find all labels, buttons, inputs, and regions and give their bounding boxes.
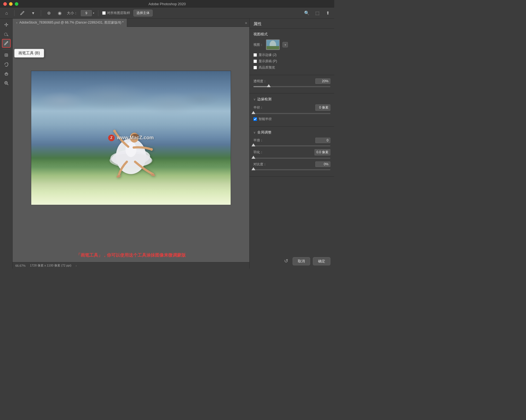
size-box[interactable]: ▾ (81, 10, 94, 16)
show-edge-row: 显示边缘 (J) (253, 53, 330, 57)
size-input[interactable] (81, 10, 92, 16)
smart-radius-checkbox[interactable] (253, 117, 257, 121)
transparency-slider[interactable] (253, 86, 330, 87)
zoom-tool[interactable] (2, 79, 11, 87)
view-preview-thumbnail[interactable] (266, 39, 280, 50)
brush-shape-icon[interactable]: ◉ (56, 9, 64, 17)
transparency-row: 透明度： 20% (253, 78, 330, 84)
sample-all-layers-label[interactable]: 对所有图层取样 (102, 11, 130, 15)
left-toolbar (0, 19, 13, 269)
lasso-tool[interactable] (2, 60, 11, 69)
patch-tool[interactable] (2, 51, 11, 59)
high-quality-checkbox[interactable] (253, 66, 257, 69)
arrange-icon[interactable]: ⬚ (313, 9, 321, 17)
quick-selection-tool[interactable] (2, 30, 11, 38)
feather-label: 羽化： (253, 150, 263, 155)
contrast-label: 对比度： (253, 162, 267, 167)
show-edge-checkbox[interactable] (253, 53, 257, 57)
canvas-image-container: Z www.MacZ.com (31, 71, 231, 205)
radius-row: 半径： 0 像素 (253, 104, 330, 111)
canvas-viewport[interactable]: Z www.MacZ.com (13, 27, 249, 249)
transparency-label: 透明度： (253, 79, 267, 84)
size-dropdown-arrow[interactable]: ▾ (93, 12, 94, 15)
contrast-track (253, 169, 330, 170)
contrast-slider[interactable] (253, 169, 330, 170)
window-controls[interactable] (3, 2, 18, 6)
brush-tool-tooltip: 画笔工具 (B) (14, 49, 44, 58)
radius-thumb[interactable] (251, 111, 255, 114)
transparency-thumb[interactable] (267, 84, 271, 87)
smooth-track (253, 145, 330, 146)
brush-options-arrow[interactable]: ▾ (29, 9, 37, 17)
toolbar-right: 🔍 ⬚ ⬆ (303, 9, 331, 17)
global-adj-chevron: ∨ (253, 131, 256, 134)
svg-line-0 (21, 14, 21, 15)
document-tab[interactable]: × AdobeStock_78360685.psd @ 66.7% (Dance… (13, 19, 127, 27)
status-bar: 66.67% 1728 像素 x 1100 像素 (72 ppi) › (13, 262, 249, 269)
feather-slider[interactable] (253, 158, 330, 159)
viewmode-title-text: 视图模式 (253, 32, 268, 37)
smooth-slider[interactable] (253, 145, 330, 146)
radius-label: 半径： (253, 105, 263, 110)
svg-point-18 (150, 148, 153, 151)
canvas-caption: 「画笔工具」，你可以使用这个工具涂抹图像来微调蒙版 (13, 249, 249, 262)
transparency-track (253, 86, 330, 87)
hand-tool[interactable] (2, 69, 11, 78)
contrast-thumb[interactable] (251, 167, 255, 170)
radius-value: 0 像素 (315, 104, 330, 111)
reset-button[interactable]: ↺ (282, 257, 290, 265)
tab-bar: × AdobeStock_78360685.psd @ 66.7% (Dance… (13, 19, 249, 27)
dancer-figure (93, 107, 169, 185)
search-icon[interactable]: 🔍 (303, 9, 311, 17)
select-subject-button[interactable]: 选择主体 (133, 10, 153, 16)
confirm-button[interactable]: 确定 (313, 257, 330, 265)
feather-thumb[interactable] (251, 156, 255, 159)
show-edge-label: 显示边缘 (J) (259, 53, 276, 57)
top-toolbar: ⌂ ▾ ⊕ ◉ 大小： ▾ 对所有图层取样 选择主体 🔍 ⬚ ⬆ (0, 8, 334, 19)
sample-all-layers-checkbox[interactable] (102, 11, 106, 15)
radius-track (253, 113, 330, 114)
smooth-thumb[interactable] (251, 143, 255, 146)
show-original-checkbox[interactable] (253, 59, 257, 63)
viewmode-title: 视图模式 (253, 32, 330, 37)
feather-track (253, 158, 330, 159)
view-dropdown-button[interactable]: ▾ (282, 42, 288, 47)
cancel-button[interactable]: 取消 (293, 257, 310, 265)
smart-radius-row: 智能半径 (253, 117, 330, 121)
home-icon[interactable]: ⌂ (3, 9, 10, 17)
maximize-button[interactable] (15, 2, 18, 6)
lt-sep-1 (2, 49, 10, 49)
view-label: 视图： (253, 42, 263, 47)
tab-overflow-icon[interactable]: » (243, 21, 249, 25)
close-button[interactable] (3, 2, 7, 6)
main-layout: 画笔工具 (B) × AdobeStock_78360685.psd @ 66.… (0, 19, 334, 269)
crosshair-icon[interactable]: ⊕ (45, 9, 53, 17)
tooltip-text: 画笔工具 (B) (18, 51, 40, 55)
show-original-row: 显示原稿 (P) (253, 59, 330, 64)
status-arrow[interactable]: › (76, 264, 77, 267)
svg-line-7 (7, 84, 8, 85)
share-icon[interactable]: ⬆ (324, 9, 331, 17)
feather-value: 0.0 像素 (315, 149, 330, 155)
brush-tool[interactable] (2, 39, 11, 48)
transparency-value: 20% (315, 78, 330, 84)
toolbar-sep-2 (41, 10, 41, 16)
svg-point-1 (4, 33, 7, 36)
watermark-text: www.MacZ.com (117, 135, 154, 141)
transparency-section: 透明度： 20% (250, 75, 334, 93)
move-tool[interactable] (2, 20, 11, 29)
contrast-value: 0% (315, 161, 330, 167)
high-quality-row: 高品质预览 (253, 65, 330, 70)
minimize-button[interactable] (9, 2, 13, 6)
toolbar-sep-1 (14, 10, 15, 16)
radius-slider[interactable] (253, 113, 330, 114)
edge-detection-title-text: 边缘检测 (257, 97, 271, 102)
tab-close-icon[interactable]: × (16, 21, 18, 24)
brush-tool-icon[interactable] (18, 9, 26, 17)
panel-title: 属性 (250, 19, 334, 29)
watermark-z-icon: Z (108, 135, 115, 141)
zoom-level: 66.67% (15, 264, 25, 267)
smooth-value: 0 (315, 138, 330, 143)
global-adj-title-text: 全局调整 (257, 130, 271, 135)
canvas-area: × AdobeStock_78360685.psd @ 66.7% (Dance… (13, 19, 249, 269)
